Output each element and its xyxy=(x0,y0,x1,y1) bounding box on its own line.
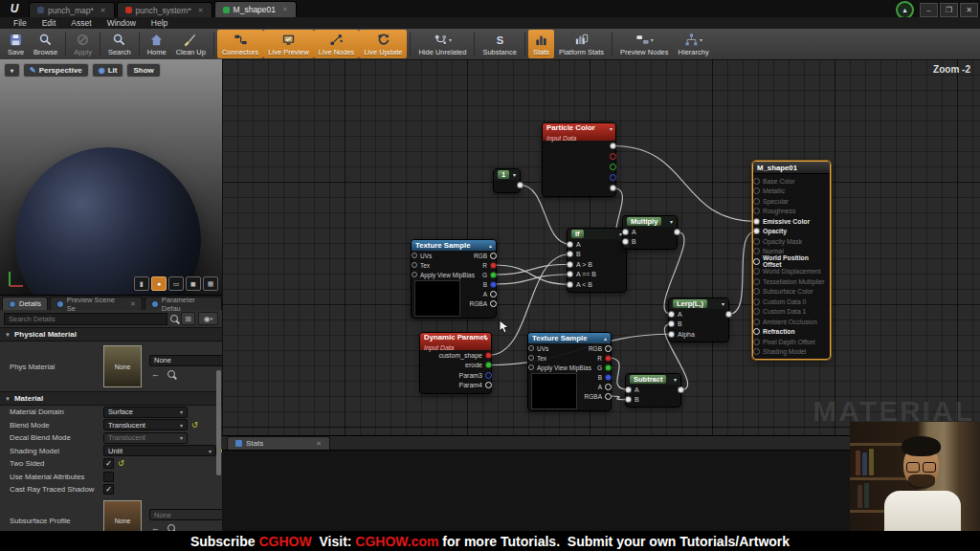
input-pin[interactable] xyxy=(753,319,760,325)
menu-help[interactable]: Help xyxy=(144,18,175,28)
chevron-down-icon[interactable]: ▾ xyxy=(700,36,702,43)
document-tab-punch_system[interactable]: punch_system*✕ xyxy=(117,2,212,17)
toolbar-live-update-button[interactable]: Live Update xyxy=(359,30,407,58)
close-icon[interactable]: ✕ xyxy=(316,440,322,448)
toolbar-save-button[interactable]: Save xyxy=(3,30,29,58)
menu-edit[interactable]: Edit xyxy=(34,18,64,28)
chevron-down-icon[interactable]: ▾ xyxy=(449,36,452,43)
input-pin[interactable] xyxy=(753,278,760,285)
toolbar-preview-nodes-button[interactable]: ▾Preview Nodes xyxy=(615,30,673,58)
document-tab-punch_map[interactable]: punch_map*✕ xyxy=(29,2,115,17)
toolbar-search-button[interactable]: Search xyxy=(103,30,136,58)
checkbox-two-sided[interactable]: ✓ xyxy=(103,458,114,469)
chevron-down-icon[interactable]: ▾ xyxy=(513,171,516,178)
node-pcolor[interactable]: Particle ColorInput Data▾ xyxy=(542,122,616,197)
output-pin-param4[interactable] xyxy=(485,382,492,388)
output-pin-rgba[interactable] xyxy=(490,300,497,307)
input-pin[interactable] xyxy=(753,238,760,245)
details-tab-preview-scene-se[interactable]: Preview Scene Se✕ xyxy=(50,297,143,310)
menu-file[interactable]: File xyxy=(6,18,34,28)
checker-toggle-button[interactable]: ▦ xyxy=(203,276,218,291)
details-tab-parameter-defau[interactable]: Parameter Defau xyxy=(145,297,222,310)
input-pin[interactable] xyxy=(753,348,760,355)
checkbox-cast-ray-traced-shadow[interactable]: ✓ xyxy=(103,484,114,495)
node-subtract[interactable]: Subtract▾AB xyxy=(625,373,681,408)
input-pin[interactable] xyxy=(753,187,760,194)
output-pin-r[interactable] xyxy=(605,355,612,362)
material-node-graph[interactable]: 1▾Particle ColorInput Data▾Texture Sampl… xyxy=(222,59,980,435)
chevron-down-icon[interactable]: ▾ xyxy=(610,125,612,132)
input-pin-applyviewmipbias[interactable] xyxy=(412,272,417,277)
input-pin[interactable] xyxy=(753,248,760,254)
menu-window[interactable]: Window xyxy=(100,18,144,28)
cube-mesh-button[interactable]: ◼ xyxy=(186,276,201,291)
output-pin-g[interactable] xyxy=(490,272,497,278)
node-ts2[interactable]: Texture Sample▴UVsRGBTexRApply View MipB… xyxy=(527,332,612,411)
output-pin-custom_shape[interactable] xyxy=(485,352,492,359)
close-icon[interactable]: ✕ xyxy=(282,6,288,13)
close-button[interactable]: ✕ xyxy=(960,3,978,17)
output-pin-a[interactable] xyxy=(490,291,497,298)
output-pin-a[interactable] xyxy=(605,384,612,390)
node-ifnode[interactable]: If▾ABA > BA == BA < B xyxy=(567,228,627,293)
browse-asset-icon[interactable] xyxy=(167,370,175,378)
eye-filter-icon[interactable]: ◉▾ xyxy=(198,312,218,325)
toolbar-home-button[interactable]: Home xyxy=(143,30,171,58)
select-material-domain[interactable]: Surface▾ xyxy=(103,407,188,418)
plane-mesh-button[interactable]: ▭ xyxy=(168,276,184,291)
output-pin-b[interactable] xyxy=(490,281,497,288)
output-pin[interactable] xyxy=(610,164,616,170)
toolbar-hide-unrelated-button[interactable]: ▾Hide Unrelated xyxy=(413,30,471,58)
tab-stats[interactable]: Stats ✕ xyxy=(227,436,330,450)
output-pin[interactable] xyxy=(517,182,523,188)
input-pin-ab[interactable] xyxy=(567,261,573,268)
output-pin-g[interactable] xyxy=(605,364,612,371)
output-pin-rgb[interactable] xyxy=(605,345,612,352)
close-icon[interactable]: ✕ xyxy=(100,7,106,14)
output-pin[interactable] xyxy=(725,311,732,318)
input-pin-tex[interactable] xyxy=(412,262,417,268)
input-pin-a[interactable] xyxy=(668,311,675,318)
input-pin[interactable] xyxy=(753,339,760,345)
chevron-down-icon[interactable]: ▾ xyxy=(651,36,654,43)
input-pin-tex[interactable] xyxy=(528,355,534,361)
input-pin[interactable] xyxy=(753,198,760,205)
toolbar-live-preview-button[interactable]: Live Preview xyxy=(263,30,314,58)
reset-to-default-icon[interactable]: ↺ xyxy=(191,421,198,430)
checkbox-use-material-attributes[interactable] xyxy=(103,472,114,482)
chevron-down-icon[interactable]: ▾ xyxy=(674,376,677,383)
viewport-options-button[interactable]: ▾ xyxy=(4,63,20,77)
output-pin[interactable] xyxy=(610,143,616,149)
node-ts1[interactable]: Texture Sample▴UVsRGBTexRApply View MipB… xyxy=(411,239,497,319)
input-pin[interactable] xyxy=(753,328,760,335)
restore-button[interactable]: ❐ xyxy=(940,3,958,17)
input-pin-ab[interactable] xyxy=(567,271,573,277)
input-pin[interactable] xyxy=(753,288,760,295)
chevron-down-icon[interactable]: ▾ xyxy=(485,335,488,342)
toolbar-clean-up-button[interactable]: Clean Up xyxy=(171,30,211,58)
input-pin[interactable] xyxy=(753,258,760,265)
node-const1[interactable]: 1▾ xyxy=(493,168,521,193)
input-pin[interactable] xyxy=(753,228,760,234)
toolbar-connectors-button[interactable]: Connectors xyxy=(217,30,263,58)
chevron-down-icon[interactable]: ▾ xyxy=(722,300,724,307)
node-mshape[interactable]: M_shape01Base ColorMetallicSpecularRough… xyxy=(752,161,831,360)
input-pin[interactable] xyxy=(753,178,760,185)
output-pin-r[interactable] xyxy=(490,262,497,269)
details-scrollbar[interactable] xyxy=(216,370,221,475)
use-selected-icon[interactable]: ← xyxy=(151,369,160,379)
details-tab-details[interactable]: Details xyxy=(2,297,48,310)
toolbar-substance-button[interactable]: SSubstance xyxy=(478,30,521,58)
toolbar-stats-button[interactable]: Stats xyxy=(528,30,554,58)
asset-thumbnail[interactable]: None xyxy=(103,500,142,533)
output-pin[interactable] xyxy=(678,386,684,393)
section-header-material[interactable]: ▼Material xyxy=(0,391,222,406)
output-pin[interactable] xyxy=(674,229,680,235)
toolbar-platform-stats-button[interactable]: Platform Stats xyxy=(554,30,609,58)
node-dynparam[interactable]: Dynamic ParameterInput Data▾custom_shape… xyxy=(419,332,492,394)
output-pin[interactable] xyxy=(610,153,616,160)
sphere-mesh-button[interactable]: ● xyxy=(151,276,167,291)
collapse-icon[interactable]: ▴ xyxy=(489,242,492,249)
node-lerp[interactable]: Lerp(L,)▾ABAlpha xyxy=(668,298,729,342)
toolbar-hierarchy-button[interactable]: ▾Hierarchy xyxy=(674,30,714,58)
